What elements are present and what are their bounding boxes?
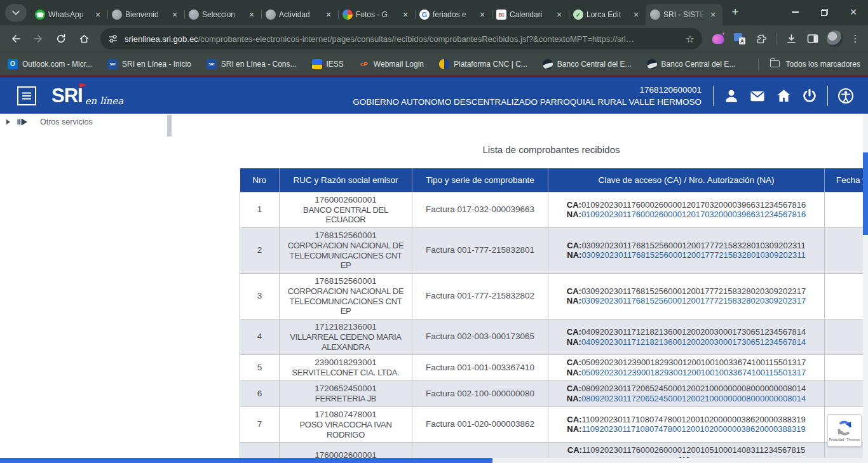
reload-button[interactable] xyxy=(51,29,71,49)
tab-close-icon[interactable] xyxy=(170,10,180,20)
forward-button[interactable] xyxy=(28,29,48,49)
na-value-link[interactable]: 0409202301171218213600120020030001730651… xyxy=(581,337,806,347)
num-autorizacion-line: NA:0509202301239001829300120010010033674… xyxy=(552,368,820,378)
tab-close-icon[interactable] xyxy=(93,10,103,20)
cell-ruc-razon: 1710807478001 POSO VIRACOCHA IVAN RODRIG… xyxy=(280,406,412,442)
table-row: 1760002600001 CA:11092023011760002600001… xyxy=(240,443,864,458)
table-row: 7 1710807478001 POSO VIRACOCHA IVAN RODR… xyxy=(240,406,864,442)
menu-button[interactable] xyxy=(17,86,36,105)
bookmark-item[interactable]: Webmail Login xyxy=(359,59,424,69)
tab-close-icon[interactable] xyxy=(323,10,334,20)
bookmark-item[interactable]: SRI en Línea - Inicio xyxy=(107,59,191,69)
sidebar-scrollbar-thumb[interactable] xyxy=(167,115,172,137)
all-bookmarks-label: Todos los marcadores xyxy=(786,60,860,69)
recaptcha-privacy-terms[interactable]: Privacidad - Términos xyxy=(829,438,860,441)
cell-ruc-razon: 2390018293001 SERVITELCONET CIA. LTDA. xyxy=(280,355,412,381)
vertical-scrollbar-thumb[interactable] xyxy=(863,152,868,235)
tab-close-icon[interactable] xyxy=(247,10,257,20)
bookmark-item[interactable]: Outlook.com - Micr... xyxy=(8,59,92,69)
sri-logo-tagline: en línea xyxy=(85,95,123,107)
mail-icon xyxy=(749,88,766,104)
site-info-icon[interactable] xyxy=(108,34,118,44)
home-nav-button[interactable] xyxy=(775,88,792,104)
home-white-icon xyxy=(776,88,792,104)
clave-acceso-line: CA:1109202301176000260000120010510001408… xyxy=(552,445,820,455)
user-button[interactable] xyxy=(723,88,740,104)
sidebar-item-label: Otros servicios xyxy=(40,117,93,126)
header-tipo-serie: Tipo y serie de comprobante xyxy=(412,168,548,192)
browser-tab[interactable]: Calendari xyxy=(492,4,569,25)
bookmark-star-icon[interactable] xyxy=(686,33,695,45)
tab-close-icon[interactable] xyxy=(477,10,487,20)
na-value-link[interactable]: 0309202301176815256000120017772158328010… xyxy=(581,250,805,260)
bookmark-label: Banco Central del E... xyxy=(557,60,632,69)
extension-monica-button[interactable] xyxy=(709,29,728,48)
bookmark-item[interactable]: Banco Central del E... xyxy=(543,59,632,69)
bookmarks-bar: Outlook.com - Micr... SRI en Línea - Ini… xyxy=(0,52,868,75)
na-value-link[interactable]: 0309202301176815256000120017772158328020… xyxy=(581,296,806,305)
downloads-button[interactable] xyxy=(782,29,801,48)
address-bar[interactable]: srienlinea.sri.gob.ec/comprobantes-elect… xyxy=(100,28,702,50)
tab-title: Calendari xyxy=(510,10,551,19)
cell-nro: 3 xyxy=(240,273,280,319)
iess-icon xyxy=(312,59,322,69)
browser-tab[interactable]: WhatsApp xyxy=(31,4,107,25)
all-bookmarks[interactable]: Todos los marcadores xyxy=(758,58,860,70)
browser-tab[interactable]: Actividad xyxy=(261,4,338,25)
browser-tab[interactable]: feriados e xyxy=(415,4,492,25)
extension-translate-button[interactable] xyxy=(730,29,749,48)
cell-ruc-razon: 1760002600001 xyxy=(280,443,412,458)
profile-avatar[interactable] xyxy=(827,30,843,47)
window-restore-button[interactable] xyxy=(810,0,839,24)
na-value-link[interactable]: 1109202301171080747800120010200000038620… xyxy=(581,424,805,434)
browser-tab[interactable]: Lorca Edit xyxy=(569,4,646,25)
ca-value: 1109202301171080747800120010200000038620… xyxy=(581,415,805,424)
expand-arrow-icon[interactable] xyxy=(6,119,10,124)
cell-ruc-razon: 1768152560001 CORPORACION NACIONAL DE TE… xyxy=(280,227,412,273)
na-value-link[interactable]: 0109202301176000260000120170320000396631… xyxy=(581,210,806,219)
new-tab-button[interactable] xyxy=(726,3,744,21)
header-nro: Nro xyxy=(240,168,280,192)
mail-button[interactable] xyxy=(749,88,766,104)
logout-button[interactable] xyxy=(801,88,818,104)
ruc-value: 1712182136001 xyxy=(283,322,408,332)
tab-title: WhatsApp xyxy=(48,10,90,19)
sidebar-item-otros-servicios[interactable]: Otros servicios xyxy=(6,117,93,126)
sri-logo[interactable]: SRI en línea xyxy=(51,86,123,105)
browser-tab[interactable]: Bienvenid xyxy=(107,4,184,25)
window-minimize-button[interactable] xyxy=(780,0,810,24)
recaptcha-badge[interactable]: Privacidad - Términos xyxy=(827,414,862,446)
browser-tab[interactable]: Fotos - G xyxy=(338,4,415,25)
url-text[interactable]: srienlinea.sri.gob.ec/comprobantes-elect… xyxy=(125,34,681,44)
na-value-link[interactable]: 0509202301239001829300120010010033674100… xyxy=(581,368,806,377)
ca-label: CA: xyxy=(567,445,582,455)
whatsapp-icon xyxy=(35,10,45,20)
na-value-link[interactable]: 0809202301172065245000120021000000008000… xyxy=(581,394,806,403)
back-button[interactable] xyxy=(5,29,25,49)
ca-label: CA: xyxy=(567,415,581,424)
tab-close-icon[interactable] xyxy=(631,10,641,20)
browser-tab[interactable]: SRI - SISTE xyxy=(646,4,722,25)
bookmark-item[interactable]: SRI en Línea - Cons... xyxy=(207,59,297,69)
ca-label: CA: xyxy=(567,384,581,393)
accessibility-button[interactable] xyxy=(837,88,854,104)
bookmark-item[interactable]: Plataforma CNC | C... xyxy=(439,59,527,69)
browser-tab[interactable]: Seleccion xyxy=(184,4,261,25)
tab-close-icon[interactable] xyxy=(708,10,718,20)
table-row: 2 1768152560001 CORPORACION NACIONAL DE … xyxy=(240,227,864,273)
cell-ruc-razon: 1720652450001 FERRETERIA JB xyxy=(280,380,412,406)
extensions-button[interactable] xyxy=(752,29,771,48)
tab-close-icon[interactable] xyxy=(554,10,564,20)
tab-search-button[interactable] xyxy=(5,4,27,22)
window-close-button[interactable] xyxy=(839,0,868,24)
ruc-value: 1760002600001 xyxy=(283,195,408,205)
bookmark-item[interactable]: IESS xyxy=(312,59,344,69)
num-autorizacion-line: NA:0309202301176815256000120017772158328… xyxy=(552,296,820,306)
horizontal-scrollbar-thumb[interactable] xyxy=(0,458,492,463)
side-panel-button[interactable] xyxy=(803,29,822,48)
bookmark-item[interactable]: Banco Central del E... xyxy=(647,59,736,69)
tab-close-icon[interactable] xyxy=(400,10,410,20)
home-button[interactable] xyxy=(74,29,94,49)
sri-header: SRI en línea 1768120600001 GOBIERNO AUTO… xyxy=(0,77,868,114)
browser-menu-button[interactable] xyxy=(848,29,863,48)
